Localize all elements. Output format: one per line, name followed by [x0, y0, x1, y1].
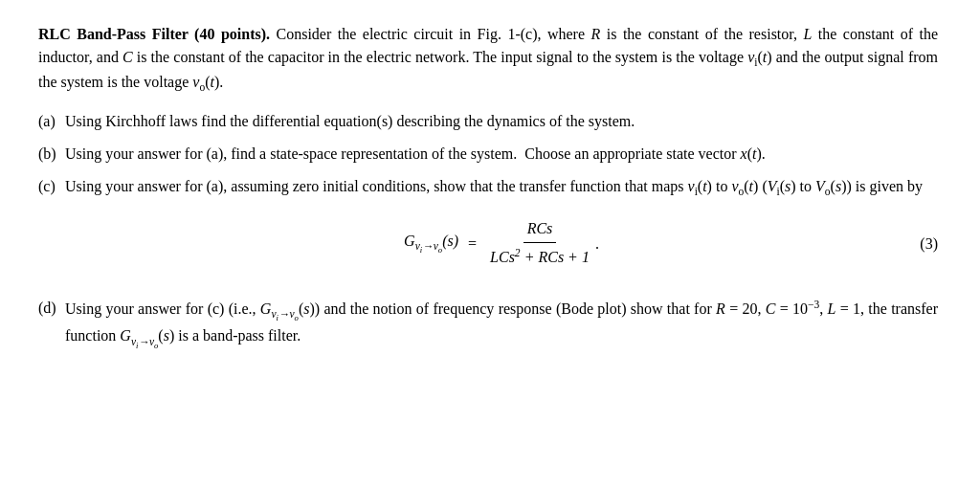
intro-paragraph: RLC Band-Pass Filter (40 points). Consid… [38, 23, 938, 97]
equation-fraction: RCs LCs2 + RCs + 1 [486, 217, 593, 269]
equation-period: . [595, 233, 599, 256]
equation-equals: = [468, 233, 477, 256]
equation-lhs: Gvi→vo(s) [404, 230, 458, 256]
part-d-text: Using your answer for (c) (i.e., Gvi→vo(… [65, 297, 938, 352]
part-d-label: (d) [38, 297, 65, 320]
part-a-label: (a) [38, 110, 65, 133]
part-b: (b) Using your answer for (a), find a st… [38, 143, 938, 166]
part-c-label: (c) [38, 175, 65, 198]
problem-title: RLC Band-Pass Filter (40 points). [38, 26, 270, 42]
equation-numerator: RCs [523, 217, 557, 243]
part-d: (d) Using your answer for (c) (i.e., Gvi… [38, 297, 938, 352]
part-c: (c) Using your answer for (a), assuming … [38, 175, 938, 287]
part-b-text: Using your answer for (a), find a state-… [65, 143, 938, 166]
equation-number: (3) [920, 233, 938, 256]
main-content: RLC Band-Pass Filter (40 points). Consid… [38, 23, 938, 352]
part-c-text: Using your answer for (a), assuming zero… [65, 175, 938, 287]
parts-list: (a) Using Kirchhoff laws find the differ… [38, 110, 938, 352]
part-a: (a) Using Kirchhoff laws find the differ… [38, 110, 938, 133]
equation-denominator: LCs2 + RCs + 1 [486, 243, 593, 269]
part-b-label: (b) [38, 143, 65, 166]
equation-block: Gvi→vo(s) = RCs LCs2 + RCs + 1 . [65, 217, 938, 269]
part-a-text: Using Kirchhoff laws find the differenti… [65, 110, 938, 133]
